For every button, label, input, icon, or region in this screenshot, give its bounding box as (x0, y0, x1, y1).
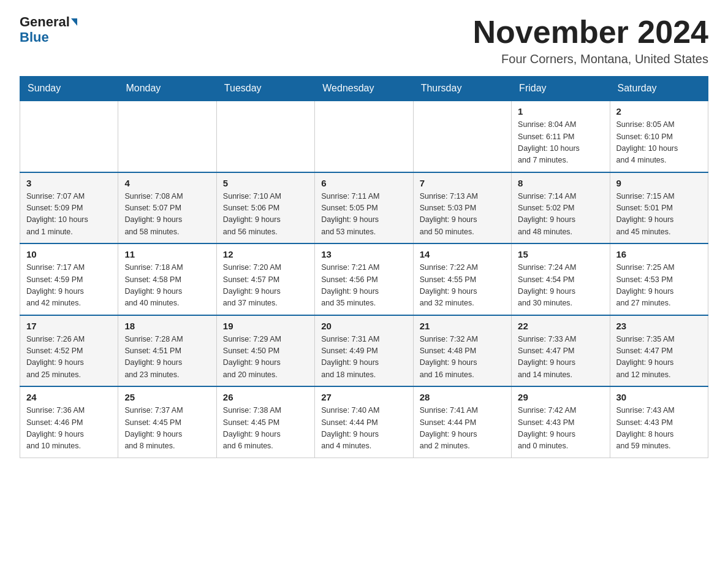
day-number: 29 (518, 392, 603, 402)
calendar-cell: 26Sunrise: 7:38 AM Sunset: 4:45 PM Dayli… (216, 386, 314, 458)
calendar-cell: 18Sunrise: 7:28 AM Sunset: 4:51 PM Dayli… (118, 315, 216, 387)
calendar-cell: 19Sunrise: 7:29 AM Sunset: 4:50 PM Dayli… (216, 315, 314, 387)
calendar-cell: 24Sunrise: 7:36 AM Sunset: 4:46 PM Dayli… (20, 386, 118, 458)
day-number: 14 (420, 249, 505, 259)
calendar-cell (216, 101, 314, 172)
day-info: Sunrise: 7:21 AM Sunset: 4:56 PM Dayligh… (321, 262, 406, 310)
calendar-cell: 6Sunrise: 7:11 AM Sunset: 5:05 PM Daylig… (315, 172, 413, 244)
day-info: Sunrise: 7:33 AM Sunset: 4:47 PM Dayligh… (518, 334, 603, 381)
day-number: 20 (321, 321, 406, 331)
calendar-cell (118, 101, 216, 172)
calendar-cell: 28Sunrise: 7:41 AM Sunset: 4:44 PM Dayli… (413, 386, 511, 458)
day-number: 28 (420, 392, 505, 402)
title-block: November 2024 Four Corners, Montana, Uni… (473, 15, 708, 66)
day-info: Sunrise: 7:18 AM Sunset: 4:58 PM Dayligh… (124, 262, 210, 310)
day-info: Sunrise: 7:25 AM Sunset: 4:53 PM Dayligh… (616, 262, 702, 310)
day-info: Sunrise: 7:26 AM Sunset: 4:52 PM Dayligh… (26, 334, 112, 381)
day-number: 5 (223, 178, 308, 188)
calendar-cell (315, 101, 413, 172)
calendar-cell: 2Sunrise: 8:05 AM Sunset: 6:10 PM Daylig… (610, 101, 708, 172)
logo-triangle-icon (71, 18, 77, 26)
calendar-cell (20, 101, 118, 172)
day-info: Sunrise: 7:42 AM Sunset: 4:43 PM Dayligh… (518, 405, 603, 453)
day-info: Sunrise: 7:10 AM Sunset: 5:06 PM Dayligh… (223, 191, 308, 239)
day-info: Sunrise: 7:20 AM Sunset: 4:57 PM Dayligh… (223, 262, 308, 310)
day-number: 15 (518, 249, 603, 259)
day-number: 30 (616, 392, 702, 402)
calendar-cell: 5Sunrise: 7:10 AM Sunset: 5:06 PM Daylig… (216, 172, 314, 244)
weekday-header-monday: Monday (118, 77, 216, 101)
day-number: 4 (124, 178, 210, 188)
calendar-cell: 20Sunrise: 7:31 AM Sunset: 4:49 PM Dayli… (315, 315, 413, 387)
calendar-cell: 22Sunrise: 7:33 AM Sunset: 4:47 PM Dayli… (512, 315, 610, 387)
day-info: Sunrise: 7:32 AM Sunset: 4:48 PM Dayligh… (420, 334, 505, 381)
day-info: Sunrise: 7:36 AM Sunset: 4:46 PM Dayligh… (26, 405, 112, 453)
day-number: 18 (124, 321, 210, 331)
day-info: Sunrise: 7:08 AM Sunset: 5:07 PM Dayligh… (124, 191, 210, 239)
calendar-cell: 9Sunrise: 7:15 AM Sunset: 5:01 PM Daylig… (610, 172, 708, 244)
calendar-cell: 29Sunrise: 7:42 AM Sunset: 4:43 PM Dayli… (512, 386, 610, 458)
day-number: 2 (616, 106, 702, 117)
day-info: Sunrise: 7:24 AM Sunset: 4:54 PM Dayligh… (518, 262, 603, 310)
weekday-header-friday: Friday (512, 77, 610, 101)
day-number: 16 (616, 249, 702, 259)
day-number: 11 (124, 249, 210, 259)
day-number: 23 (616, 321, 702, 331)
calendar-cell: 3Sunrise: 7:07 AM Sunset: 5:09 PM Daylig… (20, 172, 118, 244)
day-number: 22 (518, 321, 603, 331)
day-number: 25 (124, 392, 210, 402)
day-number: 17 (26, 321, 112, 331)
month-year-title: November 2024 (473, 15, 708, 50)
calendar-cell: 17Sunrise: 7:26 AM Sunset: 4:52 PM Dayli… (20, 315, 118, 387)
logo: General Blue (20, 15, 77, 45)
logo-general: General (20, 15, 70, 29)
weekday-header-thursday: Thursday (413, 77, 511, 101)
day-info: Sunrise: 7:11 AM Sunset: 5:05 PM Dayligh… (321, 191, 406, 239)
day-info: Sunrise: 7:37 AM Sunset: 4:45 PM Dayligh… (124, 405, 210, 453)
weekday-header-sunday: Sunday (20, 77, 118, 101)
calendar-cell: 12Sunrise: 7:20 AM Sunset: 4:57 PM Dayli… (216, 243, 314, 315)
day-number: 19 (223, 321, 308, 331)
day-info: Sunrise: 7:35 AM Sunset: 4:47 PM Dayligh… (616, 334, 702, 381)
calendar-cell: 4Sunrise: 7:08 AM Sunset: 5:07 PM Daylig… (118, 172, 216, 244)
day-number: 1 (518, 106, 603, 117)
day-number: 3 (26, 178, 112, 188)
calendar-week-row: 24Sunrise: 7:36 AM Sunset: 4:46 PM Dayli… (20, 386, 708, 458)
page-header: General Blue November 2024 Four Corners,… (20, 15, 708, 66)
logo-blue: Blue (20, 29, 49, 45)
calendar-cell: 27Sunrise: 7:40 AM Sunset: 4:44 PM Dayli… (315, 386, 413, 458)
day-number: 6 (321, 178, 406, 188)
day-info: Sunrise: 8:05 AM Sunset: 6:10 PM Dayligh… (616, 119, 702, 167)
calendar-cell: 30Sunrise: 7:43 AM Sunset: 4:43 PM Dayli… (610, 386, 708, 458)
calendar-cell (413, 101, 511, 172)
calendar-cell: 8Sunrise: 7:14 AM Sunset: 5:02 PM Daylig… (512, 172, 610, 244)
day-number: 24 (26, 392, 112, 402)
calendar-cell: 10Sunrise: 7:17 AM Sunset: 4:59 PM Dayli… (20, 243, 118, 315)
calendar-cell: 1Sunrise: 8:04 AM Sunset: 6:11 PM Daylig… (512, 101, 610, 172)
day-number: 13 (321, 249, 406, 259)
day-info: Sunrise: 7:07 AM Sunset: 5:09 PM Dayligh… (26, 191, 112, 239)
day-number: 21 (420, 321, 505, 331)
day-info: Sunrise: 7:17 AM Sunset: 4:59 PM Dayligh… (26, 262, 112, 310)
day-info: Sunrise: 7:41 AM Sunset: 4:44 PM Dayligh… (420, 405, 505, 453)
calendar-cell: 14Sunrise: 7:22 AM Sunset: 4:55 PM Dayli… (413, 243, 511, 315)
calendar-cell: 23Sunrise: 7:35 AM Sunset: 4:47 PM Dayli… (610, 315, 708, 387)
day-number: 12 (223, 249, 308, 259)
day-number: 10 (26, 249, 112, 259)
day-number: 26 (223, 392, 308, 402)
day-info: Sunrise: 7:13 AM Sunset: 5:03 PM Dayligh… (420, 191, 505, 239)
calendar-cell: 7Sunrise: 7:13 AM Sunset: 5:03 PM Daylig… (413, 172, 511, 244)
day-info: Sunrise: 7:40 AM Sunset: 4:44 PM Dayligh… (321, 405, 406, 453)
day-info: Sunrise: 7:38 AM Sunset: 4:45 PM Dayligh… (223, 405, 308, 453)
day-info: Sunrise: 7:14 AM Sunset: 5:02 PM Dayligh… (518, 191, 603, 239)
day-number: 9 (616, 178, 702, 188)
calendar-week-row: 3Sunrise: 7:07 AM Sunset: 5:09 PM Daylig… (20, 172, 708, 244)
day-info: Sunrise: 7:22 AM Sunset: 4:55 PM Dayligh… (420, 262, 505, 310)
calendar-cell: 16Sunrise: 7:25 AM Sunset: 4:53 PM Dayli… (610, 243, 708, 315)
calendar-week-row: 17Sunrise: 7:26 AM Sunset: 4:52 PM Dayli… (20, 315, 708, 387)
day-info: Sunrise: 7:31 AM Sunset: 4:49 PM Dayligh… (321, 334, 406, 381)
calendar-cell: 11Sunrise: 7:18 AM Sunset: 4:58 PM Dayli… (118, 243, 216, 315)
weekday-header-row: SundayMondayTuesdayWednesdayThursdayFrid… (20, 77, 708, 101)
day-number: 8 (518, 178, 603, 188)
weekday-header-saturday: Saturday (610, 77, 708, 101)
